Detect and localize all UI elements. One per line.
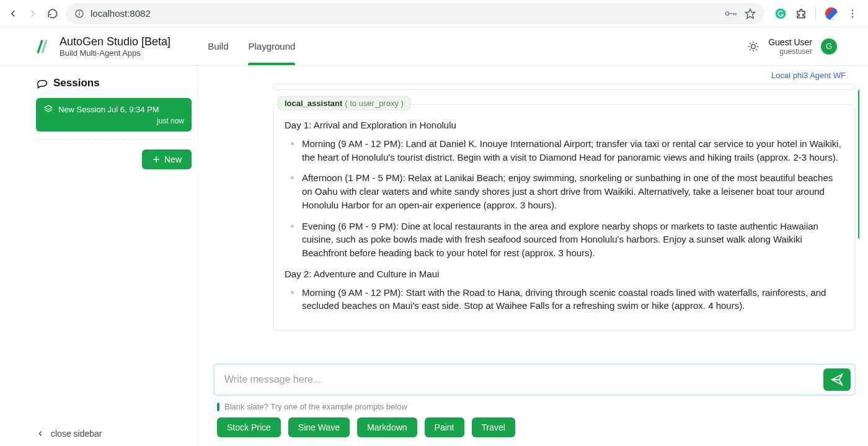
svg-point-2 (79, 12, 80, 12)
info-icon (74, 9, 84, 19)
svg-point-11 (852, 16, 854, 17)
chevron-left-icon (36, 429, 45, 438)
user-id: guestuser (768, 47, 812, 56)
app-subtitle: Build Multi-Agent Apps (60, 48, 170, 58)
svg-point-8 (776, 8, 786, 19)
workflow-label[interactable]: Local phi3 Agent WF (210, 66, 859, 84)
list-item: Afternoon (1 PM - 5 PM): Relax at Lanika… (285, 171, 844, 212)
session-age: just now (43, 117, 184, 125)
app-logo-icon (33, 38, 51, 55)
svg-line-20 (756, 49, 757, 50)
extensions-icon[interactable] (795, 8, 807, 19)
reload-button[interactable] (46, 7, 60, 20)
tab-playground[interactable]: Playground (248, 27, 295, 65)
day2-title: Day 2: Adventure and Culture in Maui (285, 267, 844, 281)
svg-marker-7 (746, 9, 755, 18)
app-header: AutoGen Studio [Beta] Build Multi-Agent … (0, 27, 868, 66)
close-sidebar-button[interactable]: close sidebar (36, 429, 102, 439)
app-title: AutoGen Studio [Beta] (60, 35, 170, 48)
content-area: Local phi3 Agent WF local_assistant ( to… (198, 66, 868, 446)
list-item: Morning (9 AM - 12 PM): Land at Daniel K… (285, 137, 844, 164)
session-card[interactable]: New Session Jul 6, 9:34 PM just now (36, 98, 192, 132)
list-item: Morning (9 AM - 12 PM): Start with the R… (285, 286, 844, 313)
chat-scroll[interactable]: local_assistant ( to user_proxy ) Day 1:… (210, 84, 859, 357)
assistant-message-card: Day 1: Arrival and Exploration in Honolu… (273, 104, 856, 331)
prompt-markdown[interactable]: Markdown (357, 417, 417, 437)
sidebar: Sessions New Session Jul 6, 9:34 PM just… (0, 66, 198, 446)
prompt-sine-wave[interactable]: Sine Wave (288, 417, 350, 437)
message-sender-chip: local_assistant ( to user_proxy ) (278, 96, 410, 110)
message-input[interactable] (224, 374, 823, 385)
theme-toggle-icon[interactable] (747, 40, 760, 53)
chat-icon (36, 77, 48, 89)
address-bar[interactable]: localhost:8082 (66, 3, 764, 24)
user-name: Guest User (768, 37, 812, 47)
day1-title: Day 1: Arrival and Exploration in Honolu… (285, 118, 844, 132)
tab-build[interactable]: Build (208, 27, 228, 65)
profile-icon[interactable] (825, 7, 838, 20)
prompt-hint: Blank slate? Try one of the example prom… (213, 396, 856, 417)
previous-message-edge (273, 84, 856, 90)
send-icon (830, 373, 844, 386)
send-button[interactable] (823, 368, 851, 391)
forward-button[interactable] (26, 7, 40, 20)
prompt-paint[interactable]: Paint (425, 417, 464, 437)
url-text: localhost:8082 (91, 8, 151, 19)
hint-accent-bar (217, 403, 219, 411)
star-icon[interactable] (745, 8, 756, 19)
svg-marker-23 (45, 105, 52, 110)
browser-chrome: localhost:8082 (0, 0, 868, 27)
avatar[interactable]: G (821, 38, 837, 55)
svg-point-3 (725, 12, 728, 15)
svg-line-21 (750, 49, 751, 50)
divider (815, 7, 816, 20)
key-icon[interactable] (725, 9, 737, 18)
new-session-button[interactable]: New (142, 149, 192, 169)
layers-icon (43, 104, 53, 114)
prompt-travel[interactable]: Travel (472, 417, 515, 437)
svg-point-9 (852, 9, 854, 11)
prompt-stock-price[interactable]: Stock Price (217, 417, 281, 437)
plus-icon (152, 155, 161, 164)
svg-point-10 (852, 12, 854, 14)
svg-line-22 (756, 43, 757, 44)
back-button[interactable] (6, 7, 20, 20)
svg-line-19 (750, 43, 751, 44)
message-input-box[interactable] (213, 363, 856, 396)
svg-point-14 (751, 44, 756, 48)
divider (36, 139, 192, 140)
scrollbar-thumb[interactable] (858, 90, 859, 239)
grammarly-icon[interactable] (774, 7, 787, 20)
menu-icon[interactable] (847, 8, 858, 19)
session-name: New Session Jul 6, 9:34 PM (58, 105, 159, 114)
sessions-heading: Sessions (36, 77, 192, 89)
list-item: Evening (6 PM - 9 PM): Dine at local res… (285, 220, 844, 260)
